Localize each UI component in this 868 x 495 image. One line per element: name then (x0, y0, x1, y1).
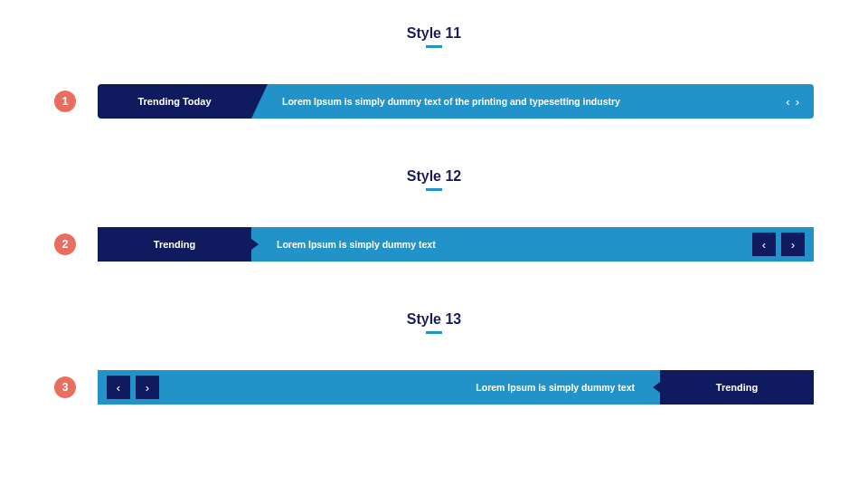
section-title-12: Style 12 (54, 168, 814, 185)
annotation-badge-2: 2 (54, 233, 76, 255)
ticker-content: Lorem Ipsum is simply dummy text of the … (251, 96, 786, 107)
page-container: Style 11 1 Trending Today Lorem Ipsum is… (0, 0, 868, 405)
chevron-left-icon[interactable]: ‹ (786, 96, 789, 108)
title-underline (426, 45, 442, 48)
ticker-row-11: 1 Trending Today Lorem Ipsum is simply d… (54, 84, 814, 119)
annotation-badge-1: 1 (54, 90, 76, 112)
chevron-right-icon[interactable]: › (781, 233, 805, 256)
title-underline (426, 188, 442, 191)
ticker-content: Lorem Ipsum is simply dummy text (251, 239, 752, 250)
section-title-11: Style 11 (54, 25, 814, 42)
section-title-13: Style 13 (54, 311, 814, 328)
ticker-nav: ‹ › (786, 96, 799, 108)
ticker-label: Trending (660, 370, 814, 405)
ticker-nav: ‹ › (107, 376, 159, 399)
ticker-nav: ‹ › (752, 233, 805, 256)
chevron-left-icon[interactable]: ‹ (107, 376, 130, 399)
annotation-badge-3: 3 (54, 376, 76, 398)
news-ticker-12: Trending Lorem Ipsum is simply dummy tex… (98, 227, 814, 262)
chevron-left-icon[interactable]: ‹ (752, 233, 776, 256)
ticker-content: Lorem Ipsum is simply dummy text (159, 382, 660, 393)
news-ticker-11: Trending Today Lorem Ipsum is simply dum… (98, 84, 814, 119)
chevron-right-icon[interactable]: › (136, 376, 159, 399)
ticker-row-12: 2 Trending Lorem Ipsum is simply dummy t… (54, 227, 814, 262)
news-ticker-13: ‹ › Lorem Ipsum is simply dummy text Tre… (98, 370, 814, 405)
title-underline (426, 331, 442, 334)
ticker-label: Trending (98, 227, 251, 262)
ticker-row-13: 3 ‹ › Lorem Ipsum is simply dummy text T… (54, 370, 814, 405)
chevron-right-icon[interactable]: › (796, 96, 799, 108)
ticker-label: Trending Today (98, 84, 251, 119)
